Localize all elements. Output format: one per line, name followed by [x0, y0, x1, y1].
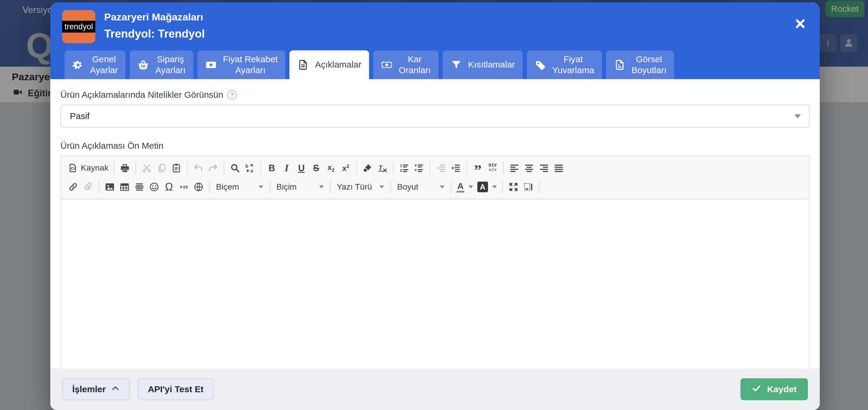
tab-label: FiyatYuvarlama [552, 54, 594, 76]
page-break-button[interactable] [176, 179, 191, 195]
horizontal-rule-button[interactable] [132, 179, 147, 195]
tab-fiyat-yuvarlama[interactable]: FiyatYuvarlama [527, 50, 602, 79]
table-button[interactable] [117, 179, 132, 195]
format-dropdown[interactable]: Biçim [274, 179, 327, 195]
modal-header: trendyol Pazaryeri Mağazaları Trendyol: … [50, 2, 820, 79]
show-blocks-icon [523, 182, 533, 192]
indent-button[interactable] [448, 160, 463, 176]
toolbar-separator [503, 162, 504, 174]
size-dropdown[interactable]: Boyut [394, 179, 447, 195]
tab-siparis-ayarlari[interactable]: SiparişAyarları [130, 50, 193, 79]
find-button[interactable] [227, 160, 242, 176]
align-center-button[interactable] [522, 160, 536, 176]
font-dropdown[interactable]: Yazı Türü [334, 179, 387, 195]
close-button[interactable] [794, 18, 807, 31]
svg-text:1: 1 [400, 164, 402, 168]
description-pretext-label: Ürün Açıklaması Ön Metin [60, 141, 810, 151]
attribute-visibility-select[interactable]: Pasif [60, 105, 810, 128]
copy-icon [157, 163, 166, 173]
toolbar-separator [466, 162, 467, 174]
remove-format-icon: T [377, 163, 388, 173]
replace-icon: ba [245, 163, 255, 173]
modal-footer: İşlemler API'yi Test Et Kaydet [50, 369, 820, 410]
italic-button[interactable]: I [279, 160, 294, 176]
test-api-button-label: API'yi Test Et [148, 384, 203, 394]
smiley-button[interactable] [147, 179, 162, 195]
unlink-button [81, 179, 95, 195]
div-container-button[interactable]: DIV</> [485, 160, 500, 176]
toolbar-separator [209, 181, 210, 193]
align-left-button[interactable] [507, 160, 522, 176]
screen: Versiyon 5.1 QLU Rocket i Pazaryeri Eğit… [0, 0, 868, 410]
editor-content-area[interactable] [61, 199, 809, 369]
tab-kar-oranlari[interactable]: KarOranları [373, 50, 438, 79]
toolbar-separator [539, 181, 539, 193]
print-button[interactable] [118, 160, 132, 176]
link-icon [68, 182, 78, 192]
cut-icon [142, 163, 152, 173]
outdent-icon [436, 163, 446, 173]
actions-button[interactable]: İşlemler [62, 378, 130, 400]
gear-icon [72, 59, 84, 71]
copy-button [154, 160, 169, 176]
text-color-button[interactable]: A [455, 179, 475, 195]
underline-button[interactable]: U [294, 160, 309, 176]
toolbar-separator [224, 162, 224, 174]
remove-format-button[interactable]: T [375, 160, 390, 176]
test-api-button[interactable]: API'yi Test Et [137, 378, 213, 400]
bold-button[interactable]: B [264, 160, 279, 176]
special-char-button[interactable]: Ω [162, 179, 176, 195]
basket-icon [137, 59, 149, 71]
svg-text:T: T [378, 164, 383, 172]
tab-gorsel-boyutlari[interactable]: GörselBoyutları [606, 50, 674, 79]
toolbar-separator [356, 162, 357, 174]
tab-panel-aciklamalar: Ürün Açıklamalarında Nitelikler Görünsün… [50, 79, 820, 369]
svg-text:b: b [246, 164, 249, 169]
chevron-up-icon [111, 384, 120, 395]
source-button[interactable]: Kaynak [66, 160, 111, 176]
strikethrough-button[interactable]: S [309, 160, 323, 176]
trendyol-logo-text: trendyol [62, 21, 95, 33]
chevron-down-icon [379, 185, 384, 188]
toolbar-separator [114, 162, 114, 174]
paste-button[interactable] [169, 160, 184, 176]
bulleted-list-button[interactable] [412, 160, 427, 176]
filter-icon [451, 59, 462, 71]
iframe-button[interactable] [191, 179, 206, 195]
money-bill-dashed-icon [381, 59, 393, 71]
link-button[interactable] [66, 179, 81, 195]
numbered-list-icon: 12 [399, 163, 409, 173]
background-color-button[interactable]: A [475, 179, 499, 195]
subscript-button[interactable]: x2 [323, 160, 338, 176]
print-icon [120, 163, 130, 173]
copy-formatting-button[interactable] [360, 160, 375, 176]
find-icon [230, 163, 240, 173]
trendyol-logo: trendyol [62, 10, 95, 43]
tab-fiyat-rekabet-ayarlari[interactable]: Fiyat RekabetAyarları [197, 50, 285, 79]
maximize-button[interactable] [506, 179, 521, 195]
image-button[interactable] [102, 179, 117, 195]
settings-tabs: GenelAyarlarSiparişAyarlarıFiyat Rekabet… [62, 50, 808, 79]
tab-aciklamalar[interactable]: Açıklamalar [289, 50, 369, 79]
show-blocks-button[interactable] [521, 179, 536, 195]
source-icon [68, 163, 78, 173]
replace-button[interactable]: ba [242, 160, 257, 176]
save-button[interactable]: Kaydet [740, 378, 808, 400]
help-icon[interactable]: ? [227, 90, 237, 99]
tab-kisitlamalar[interactable]: Kısıtlamalar [443, 50, 523, 79]
toolbar-separator [393, 162, 394, 174]
tag-icon [534, 59, 546, 71]
styles-dropdown[interactable]: Biçem [213, 179, 266, 195]
tab-genel-ayarlar[interactable]: GenelAyarlar [64, 50, 125, 79]
superscript-button[interactable]: x2 [338, 160, 353, 176]
rich-text-editor: KaynakbaBIUSx2x2T12”DIV</> ΩBiçemBiçimYa… [60, 155, 810, 369]
undo-button [191, 160, 206, 176]
paste-icon [172, 163, 181, 173]
outdent-button [434, 160, 448, 176]
align-justify-button[interactable] [551, 160, 566, 176]
blockquote-button[interactable]: ” [470, 160, 485, 176]
numbered-list-button[interactable]: 12 [397, 160, 412, 176]
align-right-button[interactable] [536, 160, 551, 176]
save-button-label: Kaydet [767, 384, 797, 394]
file-lines-icon [297, 59, 309, 71]
